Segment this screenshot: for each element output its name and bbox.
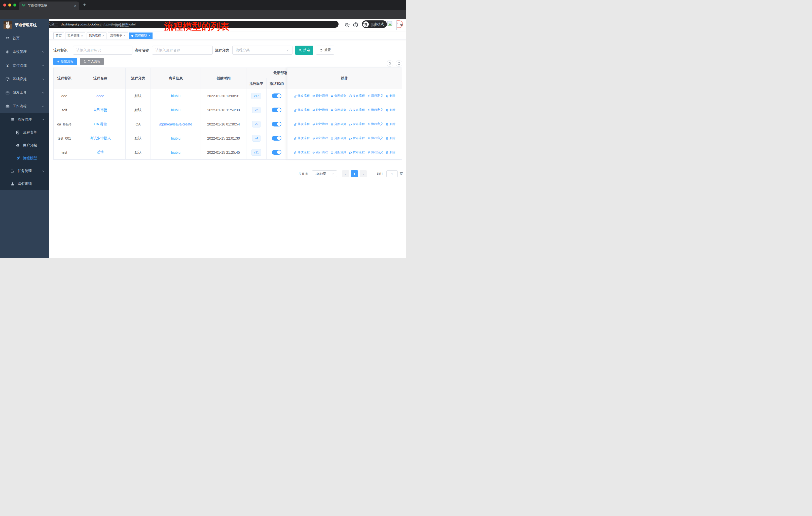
action-definition-link[interactable]: 流程定义 — [367, 150, 383, 155]
sidebar-item-user-group[interactable]: 用户分组 — [0, 139, 49, 152]
version-badge[interactable]: v5 — [252, 121, 261, 128]
browser-tab[interactable]: 芋道管理系统 × — [19, 1, 79, 10]
github-icon[interactable] — [353, 22, 358, 28]
action-assign-rule-link[interactable]: 分配规则 — [330, 150, 346, 155]
prev-page-button[interactable]: ‹ — [342, 170, 349, 178]
action-edit-link[interactable]: 修改流程 — [294, 108, 310, 112]
tag-tenant-management[interactable]: 租户管理× — [65, 32, 85, 39]
version-badge[interactable]: v2 — [252, 107, 261, 113]
version-badge[interactable]: v17 — [252, 93, 261, 99]
action-assign-rule-link[interactable]: 分配规则 — [330, 94, 346, 98]
avatar[interactable] — [387, 20, 397, 30]
process-category-select[interactable]: 流程分类 — [232, 46, 292, 55]
action-delete-link[interactable]: 删除 — [386, 150, 396, 155]
next-page-button[interactable]: › — [360, 170, 367, 178]
action-edit-link[interactable]: 修改流程 — [294, 94, 310, 98]
avatar-caret-icon[interactable] — [400, 24, 403, 26]
active-toggle[interactable] — [272, 93, 282, 98]
action-assign-rule-link[interactable]: 分配规则 — [330, 122, 346, 126]
sidebar-item-payment-management[interactable]: ¥支付管理 — [0, 59, 49, 72]
action-definition-link[interactable]: 流程定义 — [367, 94, 383, 98]
fullscreen-icon[interactable] — [371, 22, 376, 28]
tag-my-process[interactable]: 我的流程× — [87, 32, 107, 39]
action-definition-link[interactable]: 流程定义 — [367, 136, 383, 140]
search-button[interactable]: 搜索 — [295, 46, 313, 55]
cell-form-info-link[interactable]: biubiu — [171, 136, 180, 140]
action-deploy-link[interactable]: 发布流程 — [349, 108, 365, 112]
action-design-link[interactable]: 设计流程 — [312, 136, 328, 140]
header-search-icon[interactable] — [344, 22, 350, 28]
active-toggle[interactable] — [272, 136, 282, 141]
version-badge[interactable]: v21 — [252, 149, 261, 156]
tag-process-model[interactable]: 流程模型× — [129, 32, 153, 39]
breadcrumb-workflow[interactable]: 工作流程 — [76, 23, 90, 27]
close-icon[interactable]: × — [123, 34, 125, 37]
tag-home[interactable]: 首页 — [53, 32, 64, 39]
cell-form-info-link[interactable]: biubiu — [171, 151, 180, 155]
sidebar-item-infrastructure[interactable]: 基础设施 — [0, 72, 49, 86]
action-assign-rule-link[interactable]: 分配规则 — [330, 136, 346, 140]
sidebar-item-workflow[interactable]: 工作流程 — [0, 100, 49, 113]
help-icon[interactable] — [362, 22, 367, 28]
page-number-1[interactable]: 1 — [351, 170, 358, 178]
refresh-table-button[interactable] — [396, 60, 402, 67]
action-deploy-link[interactable]: 发布流程 — [349, 136, 365, 140]
action-delete-link[interactable]: 删除 — [386, 136, 396, 140]
action-edit-link[interactable]: 修改流程 — [294, 122, 310, 126]
action-delete-link[interactable]: 删除 — [386, 94, 396, 98]
tag-process-form[interactable]: 流程表单× — [108, 32, 128, 39]
show-search-button[interactable] — [387, 60, 393, 67]
action-design-link[interactable]: 设计流程 — [312, 108, 328, 112]
action-design-link[interactable]: 设计流程 — [312, 94, 328, 98]
reset-button[interactable]: 重置 — [316, 46, 334, 55]
cell-process-name-link[interactable]: OA 请假 — [94, 122, 107, 127]
process-name-input[interactable] — [152, 46, 213, 55]
sidebar-item-process-model[interactable]: 流程模型 — [0, 152, 49, 165]
sidebar-item-process-form[interactable]: 流程表单 — [0, 126, 49, 139]
action-deploy-link[interactable]: 发布流程 — [349, 122, 365, 126]
action-deploy-link[interactable]: 发布流程 — [349, 94, 365, 98]
active-toggle[interactable] — [272, 122, 282, 127]
page-size-select[interactable]: 10条/页 — [312, 170, 337, 178]
action-definition-link[interactable]: 流程定义 — [367, 108, 383, 112]
cell-form-info-link[interactable]: biubiu — [171, 108, 180, 112]
traffic-light-close[interactable] — [3, 3, 6, 6]
import-process-button[interactable]: 导入流程 — [80, 58, 104, 65]
traffic-light-zoom[interactable] — [13, 3, 17, 6]
action-design-link[interactable]: 设计流程 — [312, 150, 328, 155]
new-tab-button[interactable]: + — [83, 2, 86, 8]
sidebar-item-home[interactable]: 首页 — [0, 31, 49, 45]
version-badge[interactable]: v4 — [252, 135, 261, 142]
process-id-input[interactable] — [73, 46, 133, 55]
sidebar-item-dev-tools[interactable]: 研发工具 — [0, 86, 49, 100]
sidebar-item-task-management[interactable]: 任务管理 — [0, 165, 49, 178]
sidebar-logo[interactable]: 芋道管理系统 — [0, 19, 49, 31]
action-delete-link[interactable]: 删除 — [386, 108, 396, 112]
cell-form-info-link[interactable]: biubiu — [171, 94, 180, 98]
close-icon[interactable]: × — [103, 34, 105, 37]
font-size-icon[interactable]: tT — [379, 23, 382, 27]
action-edit-link[interactable]: 修改流程 — [294, 136, 310, 140]
action-delete-link[interactable]: 删除 — [386, 122, 396, 126]
close-icon[interactable]: × — [148, 34, 150, 37]
action-assign-rule-link[interactable]: 分配规则 — [330, 108, 346, 112]
cell-process-name-link[interactable]: eeee — [96, 94, 104, 98]
sidebar-item-leave-query[interactable]: 请假查询 — [0, 178, 49, 190]
traffic-light-minimize[interactable] — [8, 3, 11, 6]
action-deploy-link[interactable]: 发布流程 — [349, 150, 365, 155]
cell-process-name-link[interactable]: 滔博 — [97, 150, 104, 155]
goto-page-input[interactable] — [386, 170, 398, 178]
action-design-link[interactable]: 设计流程 — [312, 122, 328, 126]
tab-close-icon[interactable]: × — [74, 4, 76, 7]
action-definition-link[interactable]: 流程定义 — [367, 122, 383, 126]
cell-form-info-link[interactable]: /bpm/oa/leave/create — [159, 122, 192, 126]
breadcrumb-home[interactable]: 首页 — [63, 23, 70, 27]
close-icon[interactable]: × — [81, 34, 83, 37]
create-process-button[interactable]: + 新建流程 — [53, 58, 77, 65]
breadcrumb-process-management[interactable]: 流程管理 — [95, 23, 109, 27]
active-toggle[interactable] — [272, 108, 282, 112]
collapse-menu-icon[interactable] — [53, 23, 58, 28]
cell-process-name-link[interactable]: 测试多审批人 — [90, 136, 111, 141]
sidebar-item-system-management[interactable]: 系统管理 — [0, 45, 49, 59]
sidebar-item-process-management[interactable]: 流程管理 — [0, 113, 49, 126]
